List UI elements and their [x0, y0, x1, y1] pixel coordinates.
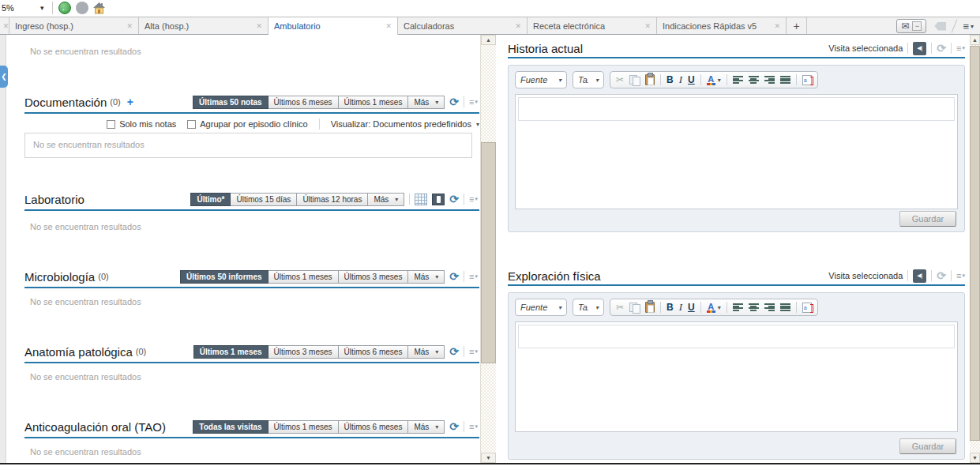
checkbox[interactable]: [107, 120, 115, 129]
font-family-dropdown[interactable]: Fuente ▾: [515, 71, 567, 88]
tab-calculadoras[interactable]: Calculadoras ✕: [398, 17, 528, 35]
home-icon[interactable]: [92, 2, 106, 14]
tab-receta-electronica[interactable]: Receta electrónica ✕: [528, 17, 657, 35]
close-icon[interactable]: ✕: [126, 22, 133, 30]
bold-button[interactable]: B: [666, 302, 674, 313]
editor-first-line[interactable]: [518, 97, 955, 121]
align-center-icon[interactable]: [749, 76, 759, 84]
italic-button[interactable]: I: [679, 73, 682, 86]
new-tab-button[interactable]: +: [787, 17, 807, 35]
filter-button[interactable]: Últimos 6 meses: [339, 420, 409, 434]
paste-icon[interactable]: [645, 74, 655, 85]
section-menu-button[interactable]: ≡ ▾: [469, 194, 478, 204]
close-icon[interactable]: ✕: [644, 22, 651, 30]
section-menu-button[interactable]: ≡ ▾: [469, 272, 478, 281]
filter-button[interactable]: Últimos 3 meses: [339, 270, 409, 284]
italic-button[interactable]: I: [679, 301, 682, 314]
refresh-icon[interactable]: ⟳: [449, 421, 459, 432]
tag-icon[interactable]: [934, 22, 946, 31]
tab-ingreso-hosp[interactable]: Ingreso (hosp.) ✕: [9, 17, 139, 35]
align-left-icon[interactable]: [733, 76, 743, 84]
cursor-marker-icon[interactable]: a: [802, 303, 812, 313]
underline-button[interactable]: U: [688, 302, 695, 313]
save-button[interactable]: Guardar: [899, 211, 956, 227]
more-filter-dropdown[interactable]: Más ▾: [368, 193, 404, 206]
align-justify-icon[interactable]: [780, 76, 790, 84]
forward-button[interactable]: [76, 2, 88, 14]
section-menu-button[interactable]: ≡ ▾: [956, 43, 965, 53]
filter-button-active[interactable]: Últimos 1 meses: [193, 345, 268, 359]
filter-button[interactable]: Últimos 1 meses: [339, 96, 409, 109]
editor-first-line[interactable]: [518, 325, 955, 348]
section-menu-button[interactable]: ≡ ▾: [956, 271, 965, 280]
filter-button-active[interactable]: Último*: [190, 193, 231, 206]
rich-text-area[interactable]: [515, 321, 958, 432]
paste-icon[interactable]: [645, 302, 655, 313]
refresh-icon[interactable]: ⟳: [449, 96, 459, 107]
filter-button[interactable]: Últimos 6 meses: [339, 345, 409, 359]
font-size-dropdown[interactable]: Ta... ▾: [573, 299, 604, 316]
filter-button[interactable]: Últimos 1 meses: [268, 420, 339, 434]
section-menu-button[interactable]: ≡ ▾: [469, 97, 478, 107]
copy-icon[interactable]: [629, 303, 640, 313]
tab-alta-hosp[interactable]: Alta (hosp.) ✕: [139, 17, 268, 35]
refresh-icon[interactable]: ⟳: [937, 43, 946, 54]
filter-button[interactable]: Últimos 3 meses: [268, 345, 339, 359]
back-button[interactable]: ←: [58, 2, 71, 14]
grid-view-icon[interactable]: [415, 194, 427, 205]
scroll-up-icon[interactable]: ▲: [970, 35, 980, 45]
align-left-icon[interactable]: [733, 303, 743, 311]
refresh-icon[interactable]: ⟳: [449, 346, 459, 357]
cut-icon[interactable]: ✂: [616, 302, 624, 313]
align-center-icon[interactable]: [749, 303, 759, 311]
scrollbar-thumb[interactable]: [970, 46, 980, 441]
close-icon[interactable]: ✕: [256, 22, 262, 30]
font-color-button[interactable]: A ▾: [707, 75, 721, 85]
refresh-icon[interactable]: ⟳: [937, 270, 946, 281]
scroll-down-icon[interactable]: ▼: [970, 453, 980, 463]
left-panel-scrollbar[interactable]: ▲ ▼: [480, 35, 496, 463]
scrollbar-thumb[interactable]: [481, 142, 496, 363]
agrupar-episodio-option[interactable]: Agrupar por episodio clínico: [187, 119, 307, 129]
tab-stub[interactable]: ✕: [0, 17, 9, 35]
font-color-button[interactable]: A ▾: [707, 303, 721, 313]
more-filter-dropdown[interactable]: Más ▾: [408, 345, 445, 359]
align-justify-icon[interactable]: [780, 303, 790, 311]
checkbox[interactable]: [187, 120, 196, 129]
messages-button[interactable]: ✉ −: [896, 19, 926, 33]
close-icon[interactable]: ✕: [774, 22, 780, 30]
section-menu-button[interactable]: ≡ ▾: [469, 422, 478, 431]
tab-menu-button[interactable]: ≡ ▾: [963, 21, 974, 32]
zoom-level-value[interactable]: 5%: [2, 3, 14, 13]
align-right-icon[interactable]: [764, 76, 775, 84]
filter-button[interactable]: Últimos 15 días: [231, 193, 297, 206]
section-menu-button[interactable]: ≡ ▾: [469, 347, 478, 356]
tab-indicaciones-rapidas[interactable]: Indicaciones Rápidas v5 ✕: [657, 17, 787, 35]
align-right-icon[interactable]: [764, 303, 775, 311]
scroll-up-icon[interactable]: ▲: [481, 35, 496, 45]
scroll-down-icon[interactable]: ▼: [481, 453, 496, 463]
rich-text-area[interactable]: [515, 94, 958, 209]
copy-icon[interactable]: [629, 75, 640, 85]
close-icon[interactable]: ✕: [3, 22, 9, 30]
filter-button[interactable]: Últimas 12 horas: [297, 193, 368, 206]
font-family-dropdown[interactable]: Fuente ▾: [515, 299, 567, 316]
close-icon[interactable]: ✕: [385, 22, 392, 30]
more-filter-dropdown[interactable]: Más ▾: [408, 270, 445, 284]
filter-button-active[interactable]: Últimos 50 informes: [180, 270, 268, 284]
right-panel-scrollbar[interactable]: ▲ ▼: [970, 35, 980, 463]
panel-collapse-handle[interactable]: ❮: [0, 66, 8, 88]
filter-button[interactable]: Últimos 1 meses: [268, 270, 339, 284]
tab-ambulatorio[interactable]: Ambulatorio ✕: [268, 17, 398, 35]
save-button[interactable]: Guardar: [899, 438, 956, 454]
bold-button[interactable]: B: [666, 74, 674, 85]
filter-button-active[interactable]: Todas las visitas: [193, 420, 268, 434]
refresh-icon[interactable]: ⟳: [449, 194, 459, 205]
font-size-dropdown[interactable]: Ta... ▾: [573, 71, 604, 88]
add-icon[interactable]: +: [127, 96, 133, 108]
cut-icon[interactable]: ✂: [616, 74, 624, 85]
refresh-icon[interactable]: ⟳: [449, 271, 459, 282]
filter-button[interactable]: Últimos 6 meses: [268, 96, 339, 109]
minimize-icon[interactable]: −: [912, 21, 922, 31]
filter-button-active[interactable]: Últimas 50 notas: [193, 96, 268, 109]
